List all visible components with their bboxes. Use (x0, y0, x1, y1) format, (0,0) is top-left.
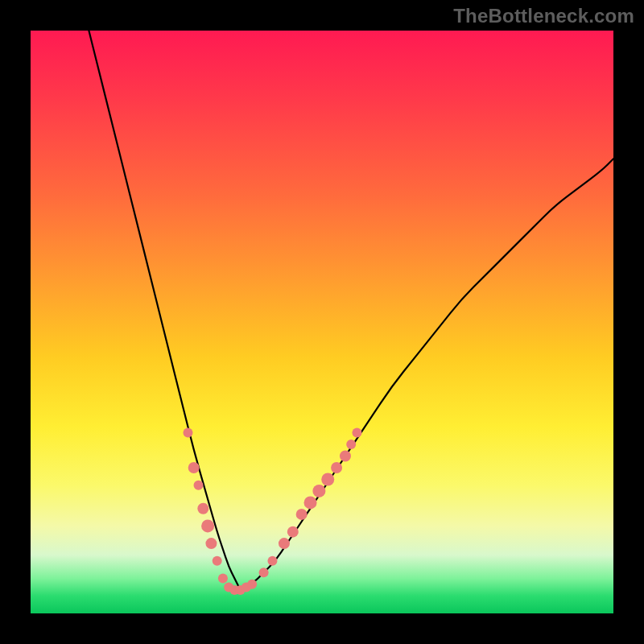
data-dot (321, 473, 334, 485)
chart-svg (31, 31, 613, 613)
curve-left (89, 31, 240, 590)
chart-frame: TheBottleneck.com (0, 0, 644, 644)
data-dot (194, 481, 204, 490)
curve-right (241, 159, 613, 590)
data-dot (304, 496, 317, 509)
data-dot (247, 580, 257, 589)
data-dot (287, 526, 299, 538)
data-dot (267, 556, 277, 566)
data-dot (352, 428, 361, 438)
data-dot (197, 503, 208, 514)
data-dot (183, 428, 192, 438)
data-dot (188, 462, 200, 473)
data-dot (312, 485, 325, 497)
watermark-text: TheBottleneck.com (453, 5, 634, 27)
data-dot (346, 440, 356, 449)
data-dot (259, 568, 269, 577)
data-dot (340, 451, 351, 462)
data-dot (331, 462, 342, 473)
data-dot (279, 538, 290, 549)
plot-area (31, 31, 613, 613)
data-dot (205, 538, 217, 549)
data-dot (201, 519, 214, 532)
data-dot (218, 574, 228, 584)
data-dot (296, 509, 308, 520)
data-dot (213, 556, 222, 566)
highlight-dots (183, 428, 361, 595)
